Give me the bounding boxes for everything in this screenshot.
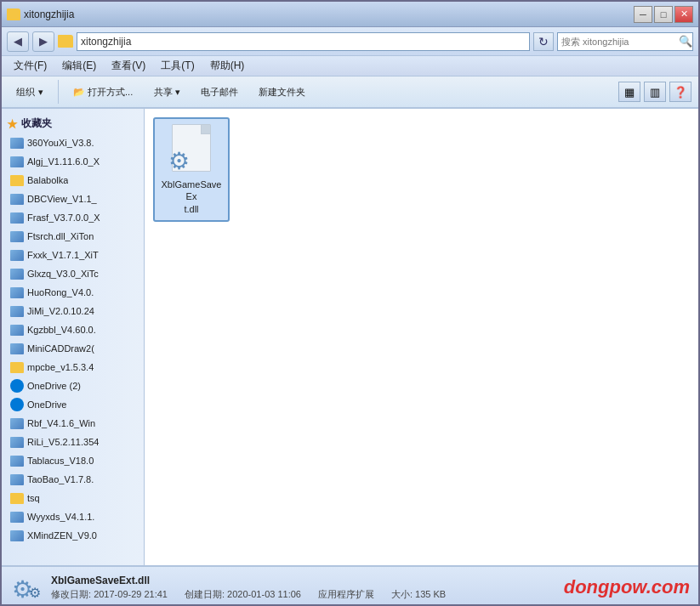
sidebar-item-11[interactable]: MiniCADDraw2( [2,339,144,358]
organize-button[interactable]: 组织 ▾ [9,83,51,101]
sidebar-item-icon-19 [10,493,24,504]
sidebar-item-label-4: Frasf_V3.7.0.0_X [27,212,100,223]
sidebar-item-6[interactable]: Fxxk_V1.7.1_XiT [2,246,144,264]
email-button[interactable]: 电子邮件 [193,83,246,101]
sidebar-item-icon-17 [10,456,24,467]
status-type: 应用程序扩展 [318,588,374,601]
sidebar-item-16[interactable]: RiLi_V5.2.11.354 [2,433,144,451]
file-area: ⚙ XblGameSaveExt.dll [145,109,698,565]
sidebar-item-20[interactable]: Wyyxds_V4.1.1. [2,507,144,526]
menu-edit[interactable]: 编辑(E) [55,57,103,75]
menu-help[interactable]: 帮助(H) [203,57,252,75]
star-icon: ★ [7,117,18,131]
sidebar-item-label-16: RiLi_V5.2.11.354 [27,437,99,447]
sidebar-item-label-13: OneDrive (2) [27,381,81,391]
open-button[interactable]: 📂 打开方式... [65,83,140,101]
new-folder-button[interactable]: 新建文件夹 [251,83,313,101]
search-box: 🔍 [557,32,693,51]
maximize-button[interactable]: □ [654,6,673,23]
file-label: XblGameSaveExt.dll [158,178,225,215]
title-controls: ─ □ ✕ [634,6,693,23]
sidebar-item-icon-20 [10,512,24,523]
sidebar-item-label-6: Fxxk_V1.7.1_XiT [27,250,99,260]
sidebar-item-icon-12 [10,362,24,373]
status-file-icon: ⚙ ⚙ [10,572,41,603]
close-button[interactable]: ✕ [674,6,693,23]
search-icon[interactable]: 🔍 [679,35,692,48]
sidebar-item-14[interactable]: OneDrive [2,395,144,414]
sidebar-item-label-11: MiniCADDraw2( [27,343,94,354]
toolbar-separator-1 [58,80,59,104]
status-details: 修改日期: 2017-09-29 21:41 创建日期: 2020-01-03 … [51,588,554,601]
watermark: dongpow.com [564,576,690,598]
open-label: 📂 打开方式... [73,86,133,99]
back-button[interactable]: ◀ [7,31,29,52]
menu-tools[interactable]: 工具(T) [154,57,201,75]
sidebar-item-icon-4 [10,212,24,224]
sidebar-item-label-12: mpcbe_v1.5.3.4 [27,362,94,372]
sidebar-item-icon-8 [10,287,24,298]
sidebar-items-container: 360YouXi_V3.8.Algj_V1.11.6.0_XBalabolkaD… [2,133,144,545]
sidebar-item-4[interactable]: Frasf_V3.7.0.0_X [2,208,144,227]
status-modified: 修改日期: 2017-09-29 21:41 [51,588,168,601]
address-folder-icon [58,35,73,48]
sidebar-item-5[interactable]: Ftsrch.dll_XiTon [2,227,144,246]
organize-label: 组织 ▾ [16,86,43,99]
minimize-button[interactable]: ─ [634,6,652,23]
sidebar-item-0[interactable]: 360YouXi_V3.8. [2,133,144,152]
title-folder-icon [7,8,20,20]
sidebar-item-icon-6 [10,250,24,261]
file-item-dll[interactable]: ⚙ XblGameSaveExt.dll [153,117,230,222]
sidebar-item-19[interactable]: tsq [2,489,144,507]
view-button-icons[interactable]: ▦ [618,82,640,102]
sidebar-item-icon-3 [10,194,24,205]
sidebar-item-label-0: 360YouXi_V3.8. [27,138,94,148]
sidebar-item-8[interactable]: HuoRong_V4.0. [2,283,144,302]
search-input[interactable] [561,37,679,47]
sidebar-item-10[interactable]: Kgzbbl_V4.60.0. [2,320,144,339]
sidebar-item-18[interactable]: TaoBao_V1.7.8. [2,470,144,489]
status-gear-icon-small: ⚙ [29,585,41,601]
sidebar-item-17[interactable]: Tablacus_V18.0 [2,451,144,470]
sidebar-item-label-3: DBCView_V1.1_ [27,194,97,204]
status-size: 大小: 135 KB [391,588,446,601]
share-label: 共享 ▾ [154,86,180,99]
toolbar-right: ▦ ▥ ❓ [618,82,691,102]
main-layout: ★ 收藏夹 360YouXi_V3.8.Algj_V1.11.6.0_XBala… [2,109,698,565]
address-input[interactable] [77,32,530,51]
sidebar-item-21[interactable]: XMindZEN_V9.0 [2,526,144,545]
sidebar-item-icon-14 [10,398,24,411]
help-button[interactable]: ❓ [669,82,691,102]
share-button[interactable]: 共享 ▾ [145,83,188,101]
dll-file-icon: ⚙ [168,124,214,175]
sidebar-item-icon-5 [10,231,24,242]
title-bar: xitongzhijia ─ □ ✕ [2,2,698,27]
view-button-list[interactable]: ▥ [644,82,666,102]
sidebar-item-label-8: HuoRong_V4.0. [27,287,94,297]
sidebar-item-label-18: TaoBao_V1.7.8. [27,474,94,484]
window-title: xitongzhijia [24,8,74,20]
sidebar-item-7[interactable]: Glxzq_V3.0_XiTc [2,264,144,283]
sidebar-item-15[interactable]: Rbf_V4.1.6_Win [2,414,144,433]
sidebar-item-3[interactable]: DBCView_V1.1_ [2,190,144,208]
refresh-button[interactable]: ↻ [533,32,554,51]
sidebar-item-label-1: Algj_V1.11.6.0_X [27,156,100,167]
sidebar-item-icon-16 [10,437,24,448]
sidebar-item-label-7: Glxzq_V3.0_XiTc [27,269,99,279]
sidebar-item-2[interactable]: Balabolka [2,171,144,190]
sidebar-item-9[interactable]: JiMi_V2.0.10.24 [2,302,144,320]
sidebar-item-icon-11 [10,343,24,354]
sidebar-item-label-20: Wyyxds_V4.1.1. [27,512,94,522]
sidebar-item-icon-0 [10,138,24,149]
sidebar-favorites-label: 收藏夹 [21,116,52,131]
sidebar-item-1[interactable]: Algj_V1.11.6.0_X [2,152,144,171]
menu-view[interactable]: 查看(V) [105,57,152,75]
forward-button[interactable]: ▶ [32,31,54,52]
menu-file[interactable]: 文件(F) [7,57,54,75]
sidebar-item-12[interactable]: mpcbe_v1.5.3.4 [2,358,144,377]
sidebar: ★ 收藏夹 360YouXi_V3.8.Algj_V1.11.6.0_XBala… [2,109,145,565]
sidebar-item-label-17: Tablacus_V18.0 [27,456,94,466]
address-bar: ◀ ▶ ↻ 🔍 [2,27,698,56]
status-info: XblGameSaveExt.dll 修改日期: 2017-09-29 21:4… [51,575,554,601]
sidebar-item-13[interactable]: OneDrive (2) [2,377,144,395]
